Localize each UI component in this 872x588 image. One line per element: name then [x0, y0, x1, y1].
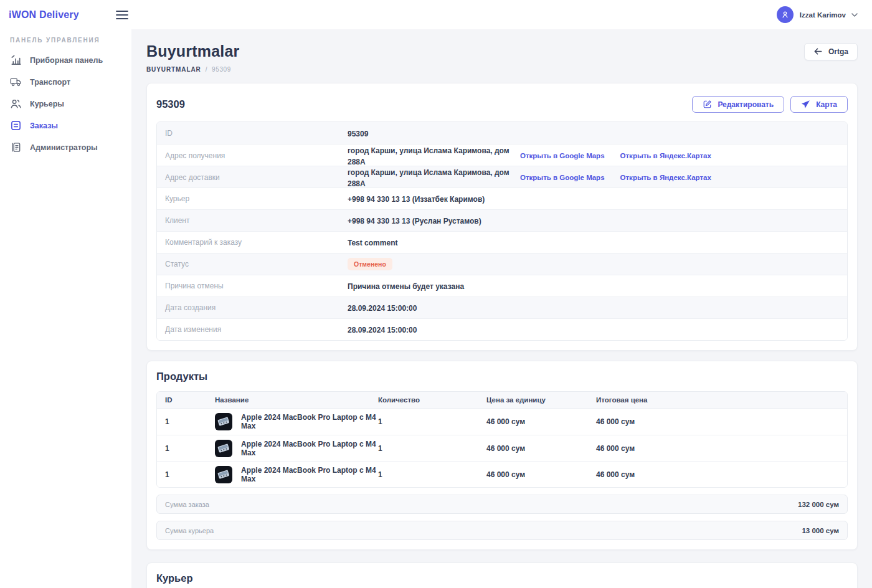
product-image — [215, 440, 232, 457]
detail-value: город Карши, улица Ислама Каримова, дом … — [348, 146, 509, 166]
google-maps-link[interactable]: Открыть в Google Maps — [520, 174, 605, 181]
detail-label: Адрес доставки — [165, 173, 348, 182]
detail-value: Причина отмены будет указана — [348, 282, 464, 291]
map-links: Открыть в Google MapsОткрыть в Яндекс.Ка… — [520, 174, 847, 181]
summary-value: 132 000 сум — [798, 501, 839, 508]
truck-icon — [10, 76, 22, 88]
edit-button-label: Редактировать — [718, 100, 774, 109]
detail-row: СтатусОтменено — [157, 253, 847, 275]
edit-icon — [703, 100, 712, 109]
product-image — [215, 466, 232, 483]
detail-value-cell: +998 94 330 13 13 (Руслан Рустамов) — [348, 215, 520, 226]
detail-value: 28.09.2024 15:00:00 — [348, 304, 417, 313]
summary-row: Сумма курьера13 000 сум — [156, 521, 848, 540]
detail-row: ID95309 — [157, 122, 847, 144]
sidebar-item-truck[interactable]: Транспорт — [0, 71, 131, 93]
sidebar-item-label: Заказы — [30, 121, 58, 130]
map-button[interactable]: Карта — [790, 96, 848, 113]
detail-label: Комментарий к заказу — [165, 238, 348, 247]
product-row: 1Apple 2024 MacBook Pro Laptop с M4 Max1… — [157, 435, 847, 461]
product-image — [215, 413, 232, 430]
detail-label: Статус — [165, 260, 348, 268]
detail-label: Адрес получения — [165, 151, 348, 160]
products-body: 1Apple 2024 MacBook Pro Laptop с M4 Max1… — [157, 409, 847, 487]
yandex-maps-link[interactable]: Открыть в Яндекс.Картах — [620, 174, 711, 181]
brand-logo: iWON Delivery — [9, 9, 79, 21]
detail-value-cell: город Карши, улица Ислама Каримова, дом … — [348, 166, 520, 189]
product-qty: 1 — [378, 417, 486, 426]
detail-value: +998 94 330 13 13 (Руслан Рустамов) — [348, 217, 481, 225]
order-card: 95309 Редактировать Карта — [146, 83, 858, 351]
person-icon — [780, 10, 790, 19]
detail-row: Дата изменения28.09.2024 15:00:00 — [157, 318, 847, 340]
page-title: Buyurtmalar — [146, 42, 239, 60]
breadcrumb: BUYURTMALAR / 95309 — [146, 66, 858, 73]
map-button-label: Карта — [816, 100, 837, 109]
product-total-price: 46 000 сум — [596, 470, 847, 479]
edit-button[interactable]: Редактировать — [692, 96, 784, 113]
column-header: ID — [165, 396, 215, 404]
product-name: Apple 2024 MacBook Pro Laptop с M4 Max — [241, 466, 378, 483]
topbar: iWON Delivery Izzat Karimov — [0, 0, 872, 29]
admins-icon — [10, 141, 22, 153]
sidebar: ПАНЕЛЬ УПРАВЛЕНИЯ Приборная панельТрансп… — [0, 29, 131, 588]
detail-value: 95309 — [348, 130, 368, 138]
product-name-cell: Apple 2024 MacBook Pro Laptop с M4 Max — [215, 466, 378, 483]
courier-title: Курьер — [156, 572, 848, 584]
summary-value: 13 000 сум — [802, 527, 839, 534]
detail-value-cell: Test comment — [348, 237, 520, 248]
courier-card: Курьер — [146, 562, 858, 588]
arrow-left-icon — [813, 47, 823, 56]
product-qty: 1 — [378, 470, 486, 479]
sidebar-item-dashboard[interactable]: Приборная панель — [0, 49, 131, 71]
product-unit-price: 46 000 сум — [486, 417, 596, 426]
sidebar-section-label: ПАНЕЛЬ УПРАВЛЕНИЯ — [10, 37, 131, 44]
column-header: Количество — [378, 396, 486, 404]
product-unit-price: 46 000 сум — [486, 444, 596, 453]
sidebar-item-label: Курьеры — [30, 100, 64, 108]
product-qty: 1 — [378, 444, 486, 453]
breadcrumb-separator: / — [206, 66, 207, 73]
google-maps-link[interactable]: Открыть в Google Maps — [520, 152, 605, 159]
products-table: IDНазваниеКоличествоЦена за единицуИтого… — [156, 391, 848, 488]
sidebar-item-label: Администраторы — [30, 143, 98, 152]
detail-label: ID — [165, 129, 348, 138]
detail-value: +998 94 330 13 13 (Иззатбек Каримов) — [348, 195, 485, 204]
sidebar-item-couriers[interactable]: Курьеры — [0, 93, 131, 115]
yandex-maps-link[interactable]: Открыть в Яндекс.Картах — [620, 152, 711, 159]
detail-row: Курьер+998 94 330 13 13 (Иззатбек Каримо… — [157, 187, 847, 209]
back-button[interactable]: Ortga — [804, 43, 858, 60]
main-content: Buyurtmalar Ortga BUYURTMALAR / 95309 95… — [131, 29, 872, 588]
product-name-cell: Apple 2024 MacBook Pro Laptop с M4 Max — [215, 413, 378, 430]
detail-label: Клиент — [165, 216, 348, 225]
user-menu[interactable]: Izzat Karimov — [777, 6, 858, 23]
hamburger-menu-icon[interactable] — [116, 11, 128, 19]
detail-row: Дата создания28.09.2024 15:00:00 — [157, 296, 847, 318]
detail-value-cell: 95309 — [348, 128, 520, 139]
summary-row: Сумма заказа132 000 сум — [156, 495, 848, 514]
dashboard-icon — [10, 54, 22, 66]
product-total-price: 46 000 сум — [596, 417, 847, 426]
breadcrumb-root-link[interactable]: BUYURTMALAR — [146, 66, 201, 73]
order-number: 95309 — [156, 98, 185, 110]
sidebar-item-admins[interactable]: Администраторы — [0, 136, 131, 158]
breadcrumb-current: 95309 — [212, 66, 231, 73]
detail-label: Дата создания — [165, 303, 348, 312]
sidebar-item-orders[interactable]: Заказы — [0, 115, 131, 136]
detail-label: Причина отмены — [165, 282, 348, 290]
detail-value-cell: Отменено — [348, 258, 520, 270]
detail-value-cell: 28.09.2024 15:00:00 — [348, 302, 520, 313]
column-header: Цена за единицу — [486, 396, 596, 404]
product-unit-price: 46 000 сум — [486, 470, 596, 479]
sidebar-item-label: Транспорт — [30, 78, 70, 87]
detail-label: Курьер — [165, 194, 348, 203]
detail-row: Адрес получениягород Карши, улица Ислама… — [157, 144, 847, 166]
products-title: Продукты — [156, 371, 848, 382]
detail-value-cell: город Карши, улица Ислама Каримова, дом … — [348, 145, 520, 167]
summary-label: Сумма курьера — [165, 527, 214, 534]
detail-row: Адрес доставкигород Карши, улица Ислама … — [157, 166, 847, 187]
detail-row: Клиент+998 94 330 13 13 (Руслан Рустамов… — [157, 209, 847, 231]
column-header: Название — [215, 396, 378, 404]
product-row: 1Apple 2024 MacBook Pro Laptop с M4 Max1… — [157, 461, 847, 487]
detail-value-cell: Причина отмены будет указана — [348, 280, 520, 292]
